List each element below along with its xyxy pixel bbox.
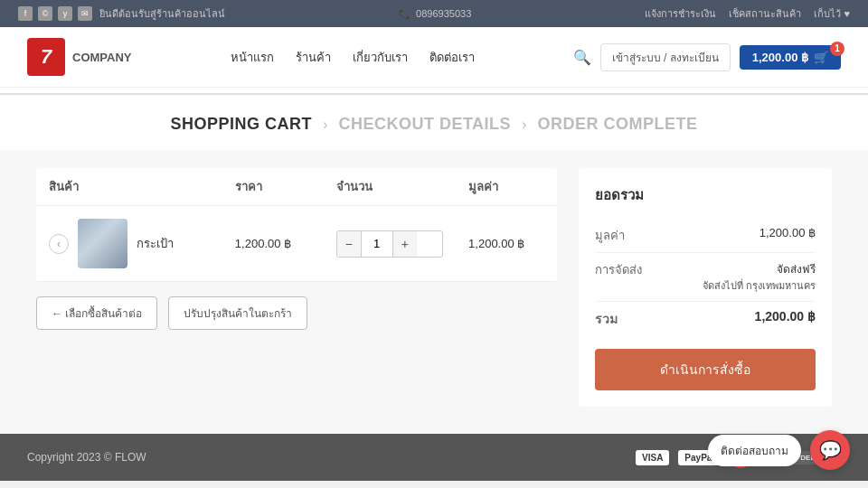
login-button[interactable]: เข้าสู่ระบบ / ลงทะเบียน — [600, 43, 731, 71]
total-amount: 1,200.00 ฿ — [755, 309, 816, 324]
summary-value-row: มูลค่า 1,200.00 ฿ — [595, 219, 816, 253]
cart-icon: 🛒 — [814, 51, 828, 64]
product-price: 1,200.00 ฿ — [235, 237, 291, 250]
shipping-note: จัดส่งไปที่ กรุงเทพมหานคร — [703, 277, 816, 294]
wishlist-link[interactable]: เก็บไว้ ♥ — [814, 5, 850, 22]
step-arrow-2: › — [522, 117, 526, 133]
nav-shop[interactable]: ร้านค้า — [296, 48, 331, 67]
checkout-steps: SHOPPING CART › CHECKOUT DETAILS › ORDER… — [171, 115, 698, 134]
logo-icon: 7 — [27, 38, 65, 76]
steps-section: SHOPPING CART › CHECKOUT DETAILS › ORDER… — [0, 95, 868, 150]
email-icon[interactable]: ✉ — [78, 6, 92, 21]
main-content: สินค้า ราคา จำนวน มูลค่า ‹ กระเป้า — [0, 150, 868, 434]
social-icons: f © y ✉ — [18, 6, 92, 21]
shipping-label: การจัดส่ง — [595, 260, 642, 279]
product-image — [78, 219, 127, 268]
summary-section: ยอดรวม มูลค่า 1,200.00 ฿ การจัดส่ง จัดส่… — [579, 168, 832, 407]
chat-button[interactable]: 💬 — [810, 430, 850, 470]
product-cell: ‹ กระเป้า — [36, 206, 222, 282]
quantity-control: − + — [336, 230, 443, 258]
checkout-button[interactable]: ดำเนินการสั่งซื้อ — [595, 349, 816, 390]
company-name: COMPANY — [72, 51, 131, 64]
value-amount: 1,200.00 ฿ — [760, 226, 816, 239]
copyright-text: Copyright 2023 © FLOW — [27, 451, 146, 464]
cart-badge: 1 — [830, 42, 844, 56]
twitter-icon[interactable]: y — [58, 6, 72, 21]
col-product: สินค้า — [36, 168, 222, 206]
logo: 7 COMPANY — [27, 38, 131, 76]
facebook-icon[interactable]: f — [18, 6, 33, 21]
topbar: f © y ✉ ยินดีต้อนรับสู่ร้านค้าออนไลน์ 📞 … — [0, 0, 868, 27]
cart-button[interactable]: 1,200.00 ฿ 🛒 1 — [740, 45, 841, 70]
qty-cell: − + — [324, 206, 456, 282]
visa-icon: VISA — [636, 450, 669, 465]
topbar-right: แจ้งการชำระเงิน เช็คสถานะสินค้า เก็บไว้ … — [645, 5, 850, 22]
topbar-left: f © y ✉ ยินดีต้อนรับสู่ร้านค้าออนไลน์ — [18, 5, 225, 22]
track-link[interactable]: เช็คสถานะสินค้า — [729, 5, 801, 22]
summary-shipping-row: การจัดส่ง จัดส่งฟรี จัดส่งไปที่ กรุงเทพม… — [595, 253, 816, 302]
cart-amount: 1,200.00 ฿ — [752, 51, 808, 64]
nav-home[interactable]: หน้าแรก — [231, 48, 274, 67]
col-qty: จำนวน — [324, 168, 456, 206]
chat-label: ติดต่อสอบถาม — [708, 435, 801, 466]
cart-actions: ← เลือกซื้อสินค้าต่อ ปรับปรุงสินค้าในตะก… — [36, 296, 557, 330]
phone-number: 0896935033 — [416, 8, 471, 19]
product-info: ‹ กระเป้า — [49, 219, 210, 268]
cart-section: สินค้า ราคา จำนวน มูลค่า ‹ กระเป้า — [36, 168, 557, 407]
cart-table: สินค้า ราคา จำนวน มูลค่า ‹ กระเป้า — [36, 168, 557, 282]
item-total: 1,200.00 ฿ — [468, 237, 524, 250]
total-label: รวม — [595, 309, 618, 329]
header-right: 🔍 เข้าสู่ระบบ / ลงทะเบียน 1,200.00 ฿ 🛒 1 — [573, 43, 841, 71]
col-price: ราคา — [222, 168, 324, 206]
col-total: มูลค่า — [456, 168, 557, 206]
summary-total-row: รวม 1,200.00 ฿ — [595, 302, 816, 336]
update-cart-button[interactable]: ปรับปรุงสินค้าในตะกร้า — [168, 296, 307, 330]
remove-button[interactable]: ‹ — [49, 234, 69, 254]
header: 7 COMPANY หน้าแรก ร้านค้า เกี่ยวกับเรา ต… — [0, 27, 868, 88]
search-icon[interactable]: 🔍 — [573, 49, 591, 66]
step-checkout-details: CHECKOUT DETAILS — [338, 115, 511, 134]
subnav-divider — [0, 88, 868, 95]
phone-info: 📞 0896935033 — [399, 8, 471, 20]
circle-icon[interactable]: © — [38, 6, 52, 21]
shipping-value: จัดส่งฟรี — [703, 260, 816, 277]
step-shopping-cart: SHOPPING CART — [171, 115, 313, 134]
value-label: มูลค่า — [595, 226, 625, 245]
chat-widget: ติดต่อสอบถาม 💬 — [708, 430, 850, 470]
summary-title: ยอดรวม — [595, 184, 816, 206]
phone-icon: 📞 — [399, 8, 411, 20]
nav-contact[interactable]: ติดต่อเรา — [429, 48, 475, 67]
account-link[interactable]: แจ้งการชำระเงิน — [645, 5, 716, 22]
nav-about[interactable]: เกี่ยวกับเรา — [353, 48, 408, 67]
continue-shopping-button[interactable]: ← เลือกซื้อสินค้าต่อ — [36, 296, 157, 330]
qty-input[interactable] — [361, 231, 393, 257]
total-cell: 1,200.00 ฿ — [456, 206, 557, 282]
price-cell: 1,200.00 ฿ — [222, 206, 324, 282]
step-arrow-1: › — [323, 117, 327, 133]
chat-icon: 💬 — [819, 439, 842, 461]
step-order-complete: ORDER COMPLETE — [537, 115, 697, 134]
summary-box: ยอดรวม มูลค่า 1,200.00 ฿ การจัดส่ง จัดส่… — [579, 168, 832, 407]
welcome-text: ยินดีต้อนรับสู่ร้านค้าออนไลน์ — [99, 5, 225, 22]
qty-decrease-button[interactable]: − — [337, 231, 361, 257]
main-nav: หน้าแรก ร้านค้า เกี่ยวกับเรา ติดต่อเรา — [231, 48, 475, 67]
qty-increase-button[interactable]: + — [393, 231, 417, 257]
product-name: กระเป้า — [137, 234, 174, 253]
table-row: ‹ กระเป้า 1,200.00 ฿ − — [36, 206, 557, 282]
